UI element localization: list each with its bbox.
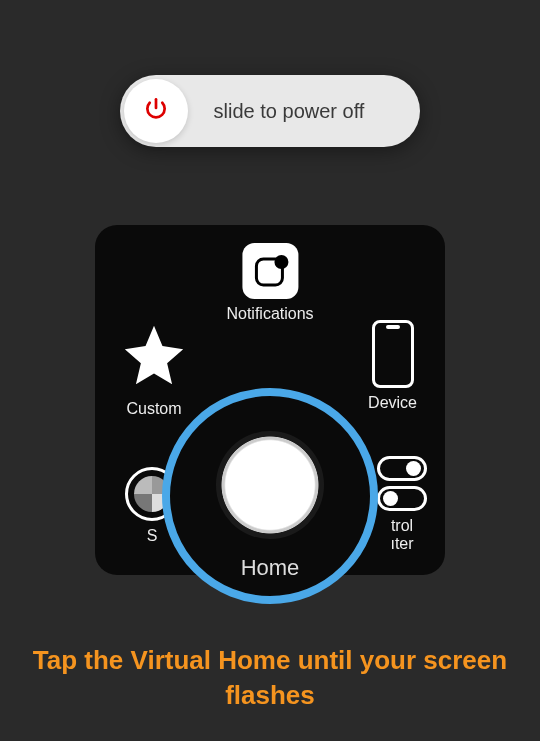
phone-icon	[372, 320, 414, 388]
svg-point-1	[274, 255, 288, 269]
assist-device[interactable]: Device	[368, 320, 417, 412]
assist-custom-label: Custom	[126, 400, 181, 418]
star-icon	[119, 320, 189, 394]
power-off-slider[interactable]: slide to power off	[120, 75, 420, 147]
assist-siri-label: S	[147, 527, 158, 545]
assist-notifications[interactable]: Notifications	[226, 243, 313, 323]
assist-home-label: Home	[241, 555, 300, 581]
highlight-ring: Home	[162, 388, 378, 604]
instruction-text: Tap the Virtual Home until your screen f…	[0, 643, 540, 713]
power-off-label: slide to power off	[188, 100, 420, 123]
switches-icon	[377, 456, 427, 511]
assist-custom[interactable]: Custom	[119, 320, 189, 418]
assist-device-label: Device	[368, 394, 417, 412]
assist-notifications-label: Notifications	[226, 305, 313, 323]
power-icon	[143, 96, 169, 126]
assist-control-label-line1: trol	[391, 517, 413, 535]
power-knob[interactable]	[124, 79, 188, 143]
notification-badge-icon	[242, 243, 298, 299]
assist-control-label-line2: ıter	[390, 535, 413, 553]
assist-control-center[interactable]: trol ıter	[377, 456, 427, 553]
virtual-home-button[interactable]	[216, 431, 324, 539]
